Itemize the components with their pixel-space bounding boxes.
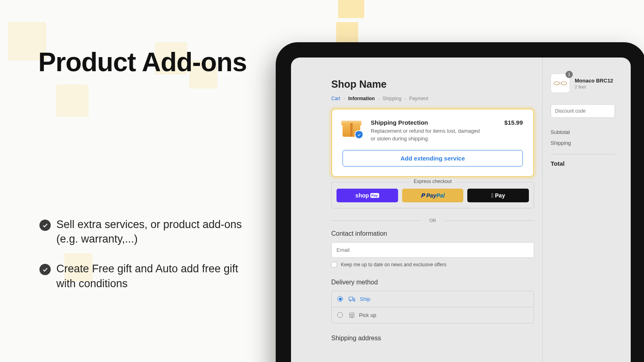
chevron-right-icon: ›	[378, 97, 379, 101]
feature-text: Create Free gift and Auto add free gift …	[56, 261, 249, 290]
radio-on-icon	[337, 296, 343, 302]
newsletter-checkbox[interactable]	[331, 262, 337, 267]
cart-item-name: Monaco BRC12	[575, 78, 613, 84]
product-thumbnail: 1	[551, 74, 570, 93]
svg-point-2	[353, 300, 355, 301]
contact-heading: Contact information	[331, 230, 534, 237]
svg-point-1	[350, 300, 351, 301]
check-icon	[39, 220, 51, 231]
chevron-right-icon: ›	[405, 97, 406, 101]
cart-item-variant: 2 feet	[575, 84, 613, 89]
breadcrumb-payment: Payment	[409, 96, 428, 101]
svg-rect-0	[349, 297, 353, 300]
breadcrumb-shipping: Shipping	[382, 96, 401, 101]
cart-item: 1 Monaco BRC12 2 feet	[551, 74, 631, 93]
addon-description: Replacement or refund for items lost, da…	[371, 128, 483, 143]
delivery-pickup-label: Pick up	[359, 312, 376, 318]
paypal-button[interactable]: 𝗣PayPal	[402, 189, 464, 202]
decor-square	[338, 0, 364, 18]
radio-off-icon	[337, 312, 343, 318]
truck-icon	[349, 296, 356, 302]
apple-pay-button[interactable]: Pay	[467, 189, 529, 202]
breadcrumb-cart[interactable]: Cart	[331, 96, 341, 101]
shop-pay-button[interactable]: shopPay	[336, 189, 398, 202]
page-title: Product Add-ons	[38, 48, 264, 76]
shipping-label: Shipping	[551, 140, 571, 146]
svg-rect-4	[351, 316, 353, 318]
subtotal-label: Subtotal	[551, 129, 570, 135]
feature-bullet: Sell extra services, or product add-ons …	[39, 217, 249, 246]
delivery-option-ship[interactable]: Ship	[332, 291, 534, 307]
addon-price: $15.99	[504, 119, 523, 126]
svg-point-5	[554, 82, 559, 85]
addon-card: Shipping Protection Replacement or refun…	[331, 109, 534, 177]
feature-text: Sell extra services, or product add-ons …	[56, 217, 249, 246]
total-label: Total	[551, 160, 565, 167]
delivery-ship-label: Ship	[360, 296, 370, 302]
qty-badge: 1	[566, 71, 573, 78]
addon-title: Shipping Protection	[371, 119, 498, 126]
checkout-screen: Shop Name Cart › Information › Shipping …	[291, 58, 631, 362]
package-shield-icon	[343, 119, 362, 138]
apple-icon: 	[491, 192, 493, 199]
svg-point-6	[561, 82, 567, 85]
check-icon	[39, 264, 51, 275]
express-checkout-box: Express checkout shopPay 𝗣PayPal Pay	[331, 182, 534, 208]
chevron-right-icon: ›	[344, 97, 345, 101]
divider	[551, 154, 615, 154]
shop-name: Shop Name	[331, 78, 534, 90]
or-divider: OR	[331, 218, 534, 223]
email-field[interactable]	[331, 242, 534, 258]
newsletter-label: Keep me up to date on news and exclusive…	[341, 262, 446, 267]
discount-code-field[interactable]	[551, 104, 615, 118]
shipping-address-heading: Shipping address	[331, 335, 534, 342]
breadcrumb-information: Information	[348, 96, 375, 101]
store-icon	[349, 312, 355, 318]
svg-rect-3	[350, 315, 354, 317]
decor-square	[56, 84, 89, 117]
feature-bullet: Create Free gift and Auto add free gift …	[39, 261, 249, 290]
delivery-heading: Delivery method	[331, 279, 534, 286]
breadcrumb: Cart › Information › Shipping › Payment	[331, 96, 534, 101]
delivery-option-pickup[interactable]: Pick up	[332, 307, 534, 323]
decor-square	[336, 22, 358, 44]
add-extending-service-button[interactable]: Add extending service	[343, 150, 523, 167]
express-checkout-label: Express checkout	[410, 179, 456, 184]
device-frame: Shop Name Cart › Information › Shipping …	[276, 42, 644, 362]
